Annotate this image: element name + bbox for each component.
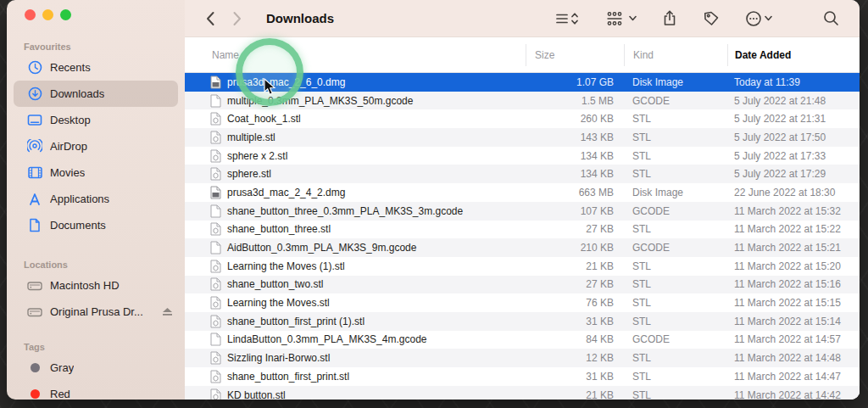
column-header-name[interactable]: Name bbox=[185, 44, 526, 66]
stl-file-icon bbox=[210, 296, 221, 310]
list-view-sort-icon bbox=[555, 11, 581, 26]
back-button[interactable] bbox=[203, 9, 217, 28]
traffic-lights bbox=[25, 9, 71, 20]
sidebar-item-desktop[interactable]: Desktop bbox=[14, 107, 178, 133]
file-date-added: Today at 11:39 bbox=[727, 76, 860, 88]
file-name-cell: multiple_0.3mm_PLA_MK3S_50m.gcode bbox=[185, 94, 526, 108]
sidebar-item-applications[interactable]: Applications bbox=[14, 186, 178, 212]
chevron-down-icon bbox=[629, 15, 637, 21]
file-row[interactable]: shane_button_three.stl27 KBSTL11 March 2… bbox=[185, 221, 860, 239]
file-row[interactable]: shane_button_two.stl27 KBSTL11 March 202… bbox=[185, 276, 860, 294]
file-size: 21 KB bbox=[526, 260, 624, 272]
stl-file-icon bbox=[210, 260, 221, 273]
sidebar-item-gray[interactable]: Gray bbox=[14, 355, 178, 381]
sidebar-item-label: Recents bbox=[50, 61, 91, 74]
eject-icon[interactable] bbox=[162, 307, 173, 316]
file-row[interactable]: Sizzling Inari-Borwo.stl12 KBSTL11 March… bbox=[185, 349, 860, 367]
file-size: 21 KB bbox=[526, 389, 624, 400]
file-kind: STL bbox=[624, 297, 727, 309]
sidebar-item-label: Applications bbox=[50, 193, 109, 205]
column-header-date-added[interactable]: Date Added bbox=[727, 44, 860, 66]
file-kind: Disk Image bbox=[624, 187, 727, 198]
file-kind: STL bbox=[624, 131, 727, 143]
tag-button[interactable] bbox=[701, 8, 721, 29]
file-row[interactable]: Learning the Moves (1).stl21 KBSTL11 Mar… bbox=[185, 257, 860, 276]
list-column-headers: NameSizeKindDate Added bbox=[185, 37, 860, 73]
file-name-cell: shane_button_first_print.stl bbox=[185, 370, 526, 383]
document-icon bbox=[27, 218, 42, 233]
file-row[interactable]: sphere x 2.stl134 KBSTL5 July 2022 at 17… bbox=[185, 147, 860, 165]
more-actions-button[interactable] bbox=[743, 8, 774, 29]
sidebar-item-movies[interactable]: Movies bbox=[14, 159, 178, 186]
minimize-button[interactable] bbox=[42, 9, 53, 20]
sidebar-item-recents[interactable]: Recents bbox=[14, 54, 178, 81]
sidebar-item-label: Documents bbox=[50, 219, 106, 232]
file-name: multiple_0.3mm_PLA_MK3S_50m.gcode bbox=[227, 95, 413, 107]
file-name: shane_button_three.stl bbox=[227, 223, 331, 235]
file-size: 1.07 GB bbox=[526, 76, 624, 88]
sidebar-item-original-prusa-dr[interactable]: Original Prusa Dr... bbox=[14, 299, 178, 325]
forward-button[interactable] bbox=[231, 9, 244, 28]
file-name: Learning the Moves (1).stl bbox=[227, 260, 345, 272]
more-ellipsis-icon bbox=[745, 10, 762, 27]
file-name-cell: multiple.stl bbox=[185, 131, 526, 144]
file-name-cell: Sizzling Inari-Borwo.stl bbox=[185, 351, 526, 365]
file-name: shane_button_three_0.3mm_PLA_MK3S_3m.gco… bbox=[227, 205, 463, 217]
file-row[interactable]: sphere.stl134 KBSTL5 July 2022 at 17:29 bbox=[185, 165, 860, 183]
file-row[interactable]: AidButton_0.3mm_PLA_MK3S_9m.gcode210 KBG… bbox=[185, 238, 860, 257]
file-name: KD button.stl bbox=[227, 389, 286, 400]
sidebar-item-documents[interactable]: Documents bbox=[14, 212, 178, 238]
sidebar-item-red[interactable]: Red bbox=[14, 381, 178, 400]
view-options-button[interactable] bbox=[554, 9, 582, 28]
file-name: shane_button_first_print.stl bbox=[227, 371, 349, 383]
column-header-kind[interactable]: Kind bbox=[624, 44, 727, 66]
sidebar-item-label: Downloads bbox=[50, 87, 104, 100]
file-row[interactable]: multiple_0.3mm_PLA_MK3S_50m.gcode1.5 MBG… bbox=[185, 92, 860, 110]
sidebar-item-label: Movies bbox=[50, 166, 85, 179]
sidebar-item-macintosh-hd[interactable]: Macintosh HD bbox=[14, 272, 178, 299]
file-row[interactable]: prusa3d_mac_2_6_0.dmg1.07 GBDisk ImageTo… bbox=[185, 73, 860, 92]
file-date-added: 11 March 2022 at 15:20 bbox=[727, 260, 860, 272]
file-row[interactable]: multiple.stl143 KBSTL5 July 2022 at 17:5… bbox=[185, 128, 860, 147]
close-button[interactable] bbox=[25, 9, 36, 20]
file-row[interactable]: LindaButton_0.3mm_PLA_MK3S_4m.gcode84 KB… bbox=[185, 331, 860, 349]
file-kind: STL bbox=[624, 389, 727, 400]
sidebar: FavouritesRecentsDownloadsDesktopAirDrop… bbox=[7, 0, 185, 400]
desktop-background: FavouritesRecentsDownloadsDesktopAirDrop… bbox=[0, 0, 868, 408]
file-row[interactable]: shane_button_first_print.stl31 KBSTL11 M… bbox=[185, 367, 860, 386]
file-name-cell: AidButton_0.3mm_PLA_MK3S_9m.gcode bbox=[185, 241, 526, 254]
file-date-added: 11 March 2022 at 15:22 bbox=[727, 223, 860, 235]
sidebar-item-airdrop[interactable]: AirDrop bbox=[14, 133, 178, 159]
file-date-added: 11 March 2022 at 15:14 bbox=[727, 316, 860, 327]
file-row[interactable]: shane_button_first_print (1).stl31 KBSTL… bbox=[185, 312, 860, 331]
file-size: 1.5 MB bbox=[526, 95, 624, 107]
share-button[interactable] bbox=[660, 8, 679, 29]
sidebar-section-label: Favourites bbox=[7, 39, 185, 54]
file-name: Sizzling Inari-Borwo.stl bbox=[227, 352, 330, 364]
file-row[interactable]: shane_button_three_0.3mm_PLA_MK3S_3m.gco… bbox=[185, 202, 860, 221]
file-kind: STL bbox=[624, 278, 727, 290]
sidebar-item-label: Desktop bbox=[50, 114, 91, 126]
group-by-button[interactable] bbox=[604, 9, 638, 28]
file-name-cell: prusa3d_mac_2_6_0.dmg bbox=[185, 75, 526, 89]
file-name-cell: shane_button_two.stl bbox=[185, 277, 526, 291]
file-row[interactable]: KD button.stl21 KBSTL11 March 2022 at 14… bbox=[185, 386, 860, 400]
share-icon bbox=[662, 10, 677, 27]
sidebar-item-downloads[interactable]: Downloads bbox=[14, 81, 178, 107]
hard-drive-icon bbox=[27, 278, 42, 293]
file-kind: STL bbox=[624, 150, 727, 162]
zoom-button[interactable] bbox=[60, 9, 71, 20]
column-header-size[interactable]: Size bbox=[526, 44, 624, 66]
group-by-icon bbox=[606, 11, 626, 26]
file-kind: STL bbox=[624, 113, 727, 125]
stl-file-icon bbox=[210, 370, 221, 383]
file-row[interactable]: Coat_hook_1.stl260 KBSTL5 July 2022 at 2… bbox=[185, 109, 860, 128]
search-button[interactable] bbox=[821, 8, 841, 28]
file-date-added: 11 March 2022 at 15:16 bbox=[727, 278, 860, 290]
file-size: 134 KB bbox=[526, 150, 624, 162]
search-icon bbox=[823, 10, 839, 26]
file-row[interactable]: prusa3d_mac_2_4_2.dmg663 MBDisk Image22 … bbox=[185, 183, 860, 202]
stl-file-icon bbox=[210, 315, 221, 328]
file-date-added: 11 March 2022 at 14:47 bbox=[727, 371, 860, 383]
file-row[interactable]: Learning the Moves.stl76 KBSTL11 March 2… bbox=[185, 293, 860, 312]
